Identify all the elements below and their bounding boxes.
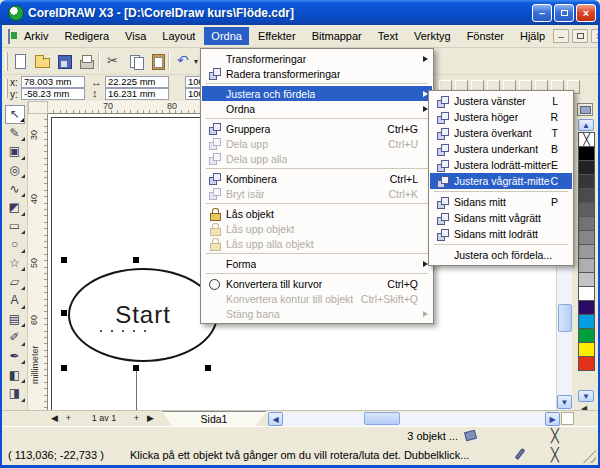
color-swatch-232323[interactable] xyxy=(578,160,595,175)
menu-item-justera-v-gr-tt-mitten[interactable]: Justera vågrätt-mittenC xyxy=(430,173,572,189)
color-swatch-ffec00[interactable] xyxy=(578,342,595,357)
menubar-item-arkiv[interactable]: Arkiv xyxy=(17,27,55,45)
width-field[interactable]: 22.225 mm xyxy=(105,76,169,88)
color-swatch-4b4b4b[interactable] xyxy=(578,188,595,203)
menu-item-l-s-objekt[interactable]: Lås objekt xyxy=(202,206,432,221)
menu-item-l-s-upp-objekt[interactable]: Lås upp objekt xyxy=(202,221,432,236)
menu-item-l-s-upp-alla-objekt[interactable]: Lås upp alla objekt xyxy=(202,236,432,251)
color-swatch-009e3d[interactable] xyxy=(578,328,595,343)
connector-line[interactable] xyxy=(136,371,137,410)
selection-handle[interactable] xyxy=(61,310,67,316)
open-button[interactable] xyxy=(32,51,52,71)
pick-tool[interactable]: ↖ xyxy=(5,105,25,124)
add-page-after-button[interactable]: + xyxy=(130,412,143,425)
ellipse-tool[interactable]: ○ xyxy=(5,235,25,254)
smart-fill-tool[interactable]: ◩ xyxy=(5,198,25,217)
zoom-tool[interactable]: ◎ xyxy=(5,161,25,180)
menubar-item-redigera[interactable]: Redigera xyxy=(57,27,116,45)
menu-item-kombinera[interactable]: KombineraCtrl+L xyxy=(202,171,432,186)
color-swatch-000000[interactable] xyxy=(578,146,595,161)
save-button[interactable] xyxy=(54,51,74,71)
menubar-item-layout[interactable]: Layout xyxy=(155,27,202,45)
menubar-item-ordna[interactable]: Ordna xyxy=(204,27,249,45)
print-button[interactable] xyxy=(76,51,96,71)
menu-item-st-ng-bana[interactable]: Stäng bana xyxy=(202,306,432,321)
freehand-tool[interactable]: ∿ xyxy=(5,179,25,198)
x-position-field[interactable]: 78.003 mm xyxy=(21,76,85,88)
menu-item-ordna[interactable]: Ordna xyxy=(202,101,432,116)
text-tool[interactable]: A xyxy=(5,291,25,310)
menu-item-forma[interactable]: Forma xyxy=(202,256,432,271)
color-swatch-afafaf[interactable] xyxy=(578,258,595,273)
color-swatch-ffffff[interactable] xyxy=(578,286,595,301)
color-swatch-373737[interactable] xyxy=(578,174,595,189)
y-position-field[interactable]: -58.23 mm xyxy=(21,88,85,100)
outline-tool[interactable]: ✒ xyxy=(5,347,25,366)
menu-item-sidans-mitt-lodr-tt[interactable]: Sidans mitt lodrätt xyxy=(430,226,572,242)
scroll-left-icon[interactable]: ◀ xyxy=(268,412,283,426)
selection-handle[interactable] xyxy=(61,257,67,263)
shape-text[interactable]: Start xyxy=(115,301,171,329)
last-page-icon[interactable]: ▶ xyxy=(144,412,157,425)
basic-shapes-tool[interactable]: ▱ xyxy=(5,272,25,291)
close-button[interactable]: × xyxy=(576,4,596,22)
horizontal-scrollbar[interactable] xyxy=(268,412,560,426)
start-ellipse-shape[interactable]: Start xyxy=(68,268,218,362)
color-swatch-878787[interactable] xyxy=(578,230,595,245)
horizontal-scroll-thumb[interactable] xyxy=(364,412,400,425)
color-swatch-9b9b9b[interactable] xyxy=(578,244,595,259)
undo-dropdown-icon[interactable]: ▾ xyxy=(194,57,198,66)
copy-button[interactable] xyxy=(126,51,146,71)
toolbar-grip[interactable] xyxy=(5,52,8,71)
new-button[interactable] xyxy=(10,51,30,71)
blend-tool[interactable]: ▤ xyxy=(5,310,25,329)
scroll-down-icon[interactable]: ▼ xyxy=(557,395,572,409)
height-field[interactable]: 16.231 mm xyxy=(105,88,169,100)
color-swatch-5f5f5f[interactable] xyxy=(578,202,595,217)
menu-item-bryt-is-r[interactable]: Bryt isärCtrl+K xyxy=(202,186,432,201)
menu-item-sidans-mitt-v-gr-tt[interactable]: Sidans mitt vågrätt xyxy=(430,210,572,226)
menu-item-transformeringar[interactable]: Transformeringar xyxy=(202,51,432,66)
restore-button[interactable] xyxy=(554,4,574,22)
color-swatch-e63119[interactable] xyxy=(578,356,595,371)
menubar-item-effekter[interactable]: Effekter xyxy=(251,27,303,45)
palette-menu-icon[interactable] xyxy=(577,103,593,116)
palette-scroll-down-icon[interactable]: ▼ xyxy=(578,390,594,402)
view-split-box[interactable] xyxy=(561,412,574,425)
shape-tool[interactable]: ✎ xyxy=(5,124,25,143)
interactive-fill-tool[interactable]: ◨ xyxy=(5,384,25,403)
cut-button[interactable] xyxy=(104,51,124,71)
menubar-item-text[interactable]: Text xyxy=(371,27,405,45)
menu-item-justera-och-f-rdela-[interactable]: Justera och fördela... xyxy=(430,247,572,263)
selection-handle[interactable] xyxy=(205,365,211,371)
paste-button[interactable] xyxy=(148,51,168,71)
menu-item-konvertera-kontur-till-objekt[interactable]: Konvertera kontur till objektCtrl+Skift+… xyxy=(202,291,432,306)
menu-item-konvertera-till-kurvor[interactable]: Konvertera till kurvorCtrl+Q xyxy=(202,276,432,291)
menu-item-justera-lodr-tt-mitten[interactable]: Justera lodrätt-mittenE xyxy=(430,157,572,173)
menu-item-justera-och-f-rdela[interactable]: Justera och fördela xyxy=(202,86,432,101)
color-swatch-2b0b66[interactable] xyxy=(578,300,595,315)
menubar-item-verktyg[interactable]: Verktyg xyxy=(407,27,458,45)
eyedropper-tool[interactable]: ✐ xyxy=(5,328,25,347)
color-swatch-009ee0[interactable] xyxy=(578,314,595,329)
menubar-item-fönster[interactable]: Fönster xyxy=(460,27,511,45)
scroll-right-icon[interactable]: ▶ xyxy=(545,412,560,426)
mdi-restore-button[interactable] xyxy=(572,29,588,43)
color-swatch-c3c3c3[interactable] xyxy=(578,272,595,287)
selection-handle[interactable] xyxy=(61,365,67,371)
crop-tool[interactable]: ▣ xyxy=(5,142,25,161)
selection-handle[interactable] xyxy=(133,365,139,371)
selection-handle[interactable] xyxy=(133,257,139,263)
menu-item-justera-underkant[interactable]: Justera underkantB xyxy=(430,141,572,157)
menu-item-justera-v-nster[interactable]: Justera vänsterL xyxy=(430,93,572,109)
polygon-tool[interactable]: ☆ xyxy=(5,254,25,273)
no-color-swatch[interactable]: ╳ xyxy=(578,132,595,147)
menu-item-radera-transformeringar[interactable]: Radera transformeringar xyxy=(202,66,432,81)
menu-item-justera-h-ger[interactable]: Justera högerR xyxy=(430,109,572,125)
color-swatch-737373[interactable] xyxy=(578,216,595,231)
menu-item-justera-verkant[interactable]: Justera överkantT xyxy=(430,125,572,141)
menu-item-gruppera[interactable]: GrupperaCtrl+G xyxy=(202,121,432,136)
fill-tool[interactable]: ◧ xyxy=(5,365,25,384)
page-tab-sida1[interactable]: Sida1 xyxy=(162,411,266,426)
undo-button[interactable]: ▾ xyxy=(174,51,194,71)
